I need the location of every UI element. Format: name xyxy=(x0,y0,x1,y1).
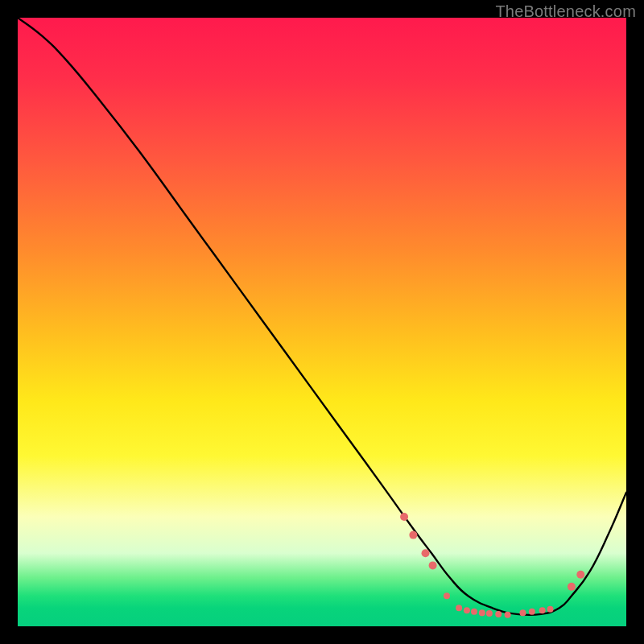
curve-line xyxy=(18,18,626,615)
marker-dot xyxy=(495,611,502,617)
marker-dot xyxy=(422,549,430,557)
marker-dot xyxy=(479,609,485,616)
marker-dot xyxy=(429,561,437,569)
marker-dot xyxy=(505,612,511,618)
marker-dot xyxy=(529,609,535,615)
chart-svg xyxy=(18,18,626,626)
marker-dot xyxy=(539,607,546,613)
marker-dot xyxy=(471,609,477,615)
marker-dot xyxy=(409,531,417,539)
watermark-text: TheBottleneck.com xyxy=(495,2,636,21)
marker-dot xyxy=(400,513,408,521)
marker-dot xyxy=(547,606,554,613)
marker-dot xyxy=(456,605,462,611)
chart-stage: TheBottleneck.com xyxy=(0,0,644,644)
marker-dot xyxy=(486,610,493,617)
plot-area xyxy=(18,18,626,626)
curve-markers xyxy=(400,513,584,618)
marker-dot xyxy=(444,592,450,599)
marker-dot xyxy=(576,571,584,579)
marker-dot xyxy=(519,609,526,616)
marker-dot xyxy=(464,607,470,613)
marker-dot xyxy=(568,583,576,591)
